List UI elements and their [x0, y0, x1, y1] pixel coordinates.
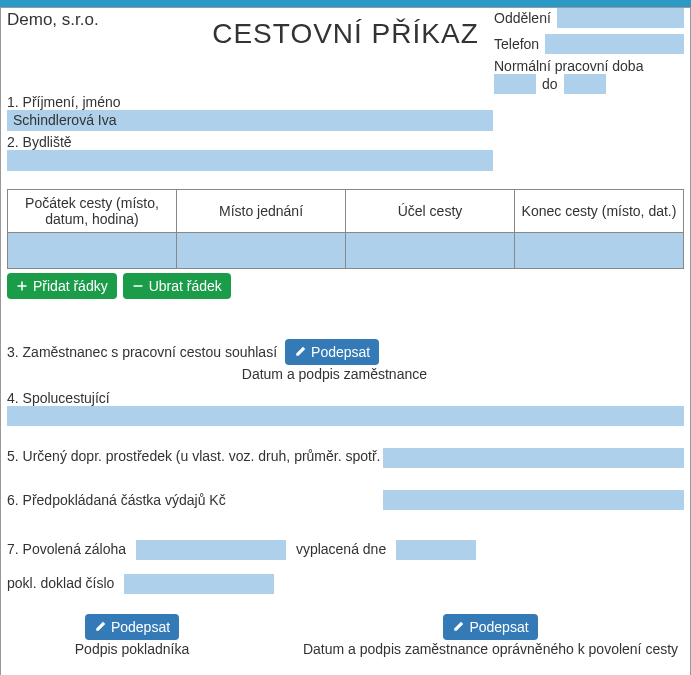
hours-to-label: do — [542, 76, 558, 92]
sign-label: Podepsat — [111, 619, 170, 635]
sec4-label: 4. Spolucestující — [7, 390, 110, 406]
plus-icon — [16, 280, 28, 292]
sign-button-cashier[interactable]: Podepsat — [85, 614, 179, 640]
sec4-input[interactable] — [7, 406, 684, 426]
sign-button-approver[interactable]: Podepsat — [443, 614, 537, 640]
phone-input[interactable] — [545, 34, 684, 54]
add-rows-label: Přidat řádky — [33, 278, 108, 294]
sign-label: Podepsat — [311, 344, 370, 360]
sec7-amount-input[interactable] — [136, 540, 286, 560]
remove-row-label: Ubrat řádek — [149, 278, 222, 294]
top-bar — [0, 0, 691, 7]
sec3-caption: Datum a podpis zaměstnance — [7, 366, 427, 382]
hours-label: Normální pracovní doba — [494, 58, 643, 74]
hours-to-input[interactable] — [564, 74, 606, 94]
table-cell[interactable] — [177, 233, 346, 269]
pencil-icon — [294, 346, 306, 358]
table-h3: Účel cesty — [346, 190, 515, 233]
table-cell[interactable] — [346, 233, 515, 269]
table-row — [8, 233, 684, 269]
sec7-date-input[interactable] — [396, 540, 476, 560]
hours-from-input[interactable] — [494, 74, 536, 94]
sec5-label: 5. Určený dopr. prostředek (u vlast. voz… — [7, 448, 367, 464]
sec7-doc-input[interactable] — [124, 574, 274, 594]
table-cell[interactable] — [515, 233, 684, 269]
f2-label: 2. Bydliště — [7, 134, 684, 150]
sec7-doc-label: pokl. doklad číslo — [7, 575, 114, 591]
table-h1: Počátek cesty (místo, datum, hodina) — [8, 190, 177, 233]
pencil-icon — [94, 621, 106, 633]
sec3-label: 3. Zaměstnanec s pracovní cestou souhlas… — [7, 344, 277, 360]
sign-label: Podepsat — [469, 619, 528, 635]
sec7-label: 7. Povolená záloha — [7, 541, 126, 557]
footer-left-caption: Podpis pokladníka — [7, 641, 257, 657]
right-side-panel: Oddělení Telefon Normální pracovní doba … — [494, 8, 684, 97]
sign-button-employee[interactable]: Podepsat — [285, 339, 379, 365]
f2-input[interactable] — [7, 150, 493, 171]
minus-icon — [132, 280, 144, 292]
footer-right-caption: Datum a podpis zaměstnance oprávněného k… — [297, 641, 684, 657]
table-h2: Místo jednání — [177, 190, 346, 233]
table-h4: Konec cesty (místo, dat.) — [515, 190, 684, 233]
pencil-icon — [452, 621, 464, 633]
sec6-input[interactable] — [383, 490, 684, 510]
dept-input[interactable] — [557, 8, 684, 28]
trip-table: Počátek cesty (místo, datum, hodina) Mís… — [7, 189, 684, 269]
add-rows-button[interactable]: Přidat řádky — [7, 273, 117, 299]
sec6-label: 6. Předpokládaná částka výdajů Kč — [7, 492, 367, 508]
sec7-mid-label: vyplacená dne — [296, 541, 386, 557]
phone-label: Telefon — [494, 36, 539, 52]
remove-row-button[interactable]: Ubrat řádek — [123, 273, 231, 299]
dept-label: Oddělení — [494, 10, 551, 26]
sec5-input[interactable] — [383, 448, 684, 468]
f1-input[interactable]: Schindlerová Iva — [7, 110, 493, 131]
table-cell[interactable] — [8, 233, 177, 269]
company-name: Demo, s.r.o. — [7, 10, 99, 30]
